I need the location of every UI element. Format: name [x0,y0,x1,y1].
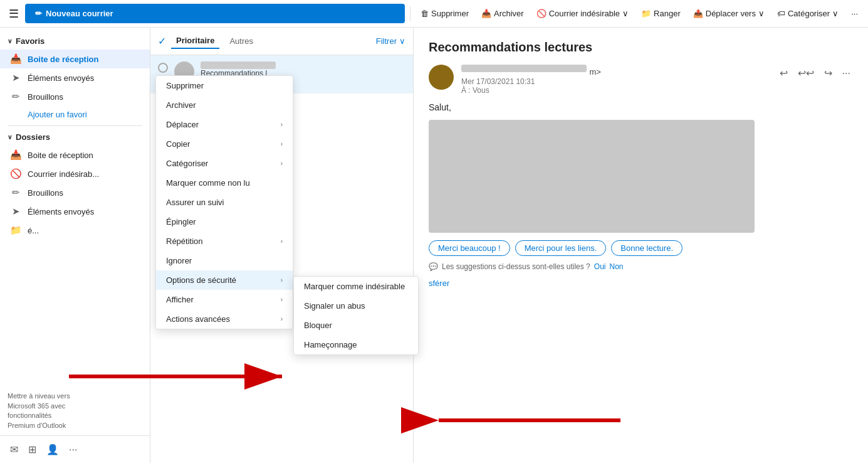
ctx-options-securite[interactable]: Options de sécurité › [156,270,293,290]
email-meta-row: m> Mer 17/03/2021 10:31 À : Vous ↩ ↩↩ ↪ … [429,65,853,95]
mail-nav-button[interactable]: ✉ [8,441,21,458]
sidebar-item-sent-favorites[interactable]: ➤ Éléments envoyés [0,68,150,87]
sidebar-item-drafts-folder[interactable]: ✏ Brouillons [0,183,150,202]
tab-check-icon: ✓ [158,35,166,47]
sub-signaler-abus[interactable]: Signaler un abus [294,296,418,316]
sub-bloquer[interactable]: Bloquer [294,316,418,335]
sidebar-divider-1 [8,125,142,126]
ctx-afficher-chevron: › [281,296,283,303]
sender-name-blur [461,65,587,72]
calendar-nav-button[interactable]: ⊞ [26,441,39,458]
tab-prioritaire[interactable]: Prioritaire [171,33,219,49]
archive-button[interactable]: 📥 Archiver [476,6,529,21]
reply-button[interactable]: ↩ [777,65,790,82]
junk-chevron: ∨ [622,9,629,18]
sidebar-bottom: ✉ ⊞ 👤 ··· [0,435,150,463]
submenu-securite: Marquer comme indésirable Signaler un ab… [293,276,419,355]
main-layout: ∨ Favoris 📥 Boite de réception ➤ Élément… [0,28,868,463]
people-nav-button[interactable]: 👤 [44,441,61,458]
sub-marquer-indesirable[interactable]: Marquer comme indésirable [294,277,418,296]
ctx-afficher[interactable]: Afficher › [156,290,293,309]
ctx-actions-chevron: › [281,316,283,322]
sidebar-item-junk-folder[interactable]: 🚫 Courrier indésirab... [0,164,150,183]
other-folder-icon: 📁 [10,225,21,236]
suggestions-text: Les suggestions ci-dessus sont-elles uti… [442,262,590,271]
more-email-actions-button[interactable]: ··· [840,65,853,82]
ctx-deplacer-chevron: › [281,121,283,128]
email-image-placeholder [429,120,755,233]
toolbar: ☰ ✏ Nouveau courrier 🗑 Supprimer 📥 Archi… [0,0,868,28]
filter-button[interactable]: Filtrer ∨ [376,36,405,46]
ctx-categoriser[interactable]: Catégoriser › [156,154,293,173]
email-meta-info: m> Mer 17/03/2021 10:31 À : Vous [461,65,770,95]
ctx-repetition-chevron: › [281,238,283,245]
junk-icon: 🚫 [536,9,546,18]
folders-chevron-icon: ∨ [8,134,12,141]
ctx-archiver[interactable]: Archiver [156,95,293,115]
more-toolbar-button[interactable]: ··· [846,6,863,21]
email-detail-title: Recommandations lectures [429,40,853,55]
forward-button[interactable]: ↪ [822,65,835,82]
email-select-radio[interactable] [158,63,168,73]
sidebar-item-inbox-folder[interactable]: 📥 Boite de réception [0,146,150,164]
quick-reply-2[interactable]: Merci pour les liens. [515,240,607,256]
quick-reply-1[interactable]: Merci beaucoup ! [429,240,510,256]
sidebar-item-inbox-favorites[interactable]: 📥 Boite de réception [0,50,150,68]
quick-replies: Merci beaucoup ! Merci pour les liens. B… [429,240,853,256]
ctx-assurer-suivi[interactable]: Assurer un suivi [156,193,293,212]
moveto-chevron: ∨ [758,9,765,18]
drafts-folder-icon: ✏ [10,187,21,198]
email-actions-right: ↩ ↩↩ ↪ ··· [777,65,853,82]
sender-avatar [429,65,454,90]
inbox-icon: 📥 [10,53,21,65]
ctx-epingler[interactable]: Épingler [156,212,293,232]
moveto-button[interactable]: 📤 Déplacer vers ∨ [688,6,770,21]
delete-button[interactable]: 🗑 Supprimer [416,6,474,21]
transfer-link[interactable]: sférer [429,279,449,288]
junk-button[interactable]: 🚫 Courrier indésirable ∨ [531,6,634,21]
sidebar-item-sent-folder[interactable]: ➤ Éléments envoyés [0,202,150,221]
tag-icon: 🏷 [777,9,785,18]
ctx-actions-avancees[interactable]: Actions avancées › [156,309,293,329]
new-mail-button[interactable]: ✏ Nouveau courrier [25,4,405,23]
sidebar-item-other-folder[interactable]: 📁 é... [0,221,150,240]
hamburger-button[interactable]: ☰ [5,3,23,24]
ctx-copier[interactable]: Copier › [156,134,293,154]
sub-hameconnage[interactable]: Hameçonnage [294,335,418,354]
sent-icon: ➤ [10,72,21,83]
email-greeting: Salut, [429,102,853,112]
move-button[interactable]: 📁 Ranger [636,6,686,21]
categorize-chevron: ∨ [832,9,839,18]
email-list-tabs: ✓ Prioritaire Autres Filtrer ∨ [150,28,413,55]
email-date: Mer 17/03/2021 10:31 [461,77,770,86]
context-menu: Supprimer Archiver Déplacer › Copier › C… [155,75,293,329]
sender-name-suffix: m> [589,67,600,77]
sidebar-item-drafts-favorites[interactable]: ✏ Brouillons [0,87,150,106]
categorize-button[interactable]: 🏷 Catégoriser ∨ [772,6,844,21]
sidebar-folders-header[interactable]: ∨ Dossiers [0,129,150,146]
sent-folder-icon: ➤ [10,206,21,217]
toolbar-separator [410,6,410,21]
email-sender-1 [201,61,276,69]
reply-all-button[interactable]: ↩↩ [795,65,817,82]
ctx-repetition[interactable]: Répétition › [156,232,293,251]
add-favorite-link[interactable]: Ajouter un favori [0,106,150,123]
suggestions-non[interactable]: Non [609,262,623,271]
ctx-marquer-non-lu[interactable]: Marquer comme non lu [156,173,293,193]
sidebar-upgrade-promo[interactable]: Mettre à niveau vers Microsoft 365 avec … [0,386,150,435]
junk-folder-icon: 🚫 [10,168,21,179]
suggestions-oui[interactable]: Oui [594,262,606,271]
transfer-row: sférer [429,279,853,288]
ctx-ignorer[interactable]: Ignorer [156,251,293,270]
ctx-copier-chevron: › [281,141,283,147]
more-nav-button[interactable]: ··· [66,442,80,458]
new-mail-icon: ✏ [35,9,42,18]
sidebar-favorites-header[interactable]: ∨ Favoris [0,33,150,50]
ctx-supprimer[interactable]: Supprimer [156,76,293,95]
tab-autres[interactable]: Autres [224,34,258,48]
moveto-icon: 📤 [693,9,703,18]
email-to: À : Vous [461,86,770,95]
archive-icon: 📥 [481,9,491,18]
quick-reply-3[interactable]: Bonne lecture. [611,240,682,256]
ctx-deplacer[interactable]: Déplacer › [156,115,293,134]
